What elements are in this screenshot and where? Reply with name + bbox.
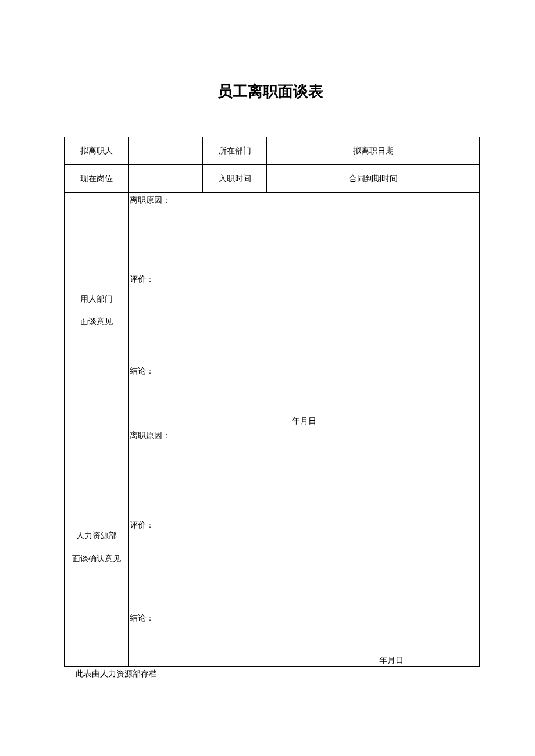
value-leave-date <box>405 137 480 165</box>
label-reason-hr: 离职原因： <box>130 431 170 441</box>
label-hr-opinion: 人力资源部 面谈确认意见 <box>65 428 129 667</box>
document-title: 员工离职面谈表 <box>64 81 477 102</box>
label-department: 所在部门 <box>203 137 267 165</box>
exit-interview-table: 拟离职人 所在部门 拟离职日期 现在岗位 入职时间 合同到期时间 用人部门 面谈… <box>64 137 480 667</box>
table-row: 人力资源部 面谈确认意见 离职原因： 评价： 结论： 年月日 <box>65 428 480 667</box>
label-conclusion: 结论： <box>130 366 154 377</box>
table-row: 拟离职人 所在部门 拟离职日期 <box>65 137 480 165</box>
date-placeholder-hr: 年月日 <box>379 655 404 666</box>
label-employee-name: 拟离职人 <box>65 137 129 165</box>
label-hr-opinion-line2: 面谈确认意见 <box>65 547 128 570</box>
content-hr-opinion: 离职原因： 评价： 结论： 年月日 <box>129 428 480 667</box>
label-conclusion-hr: 结论： <box>130 613 154 624</box>
label-reason: 离职原因： <box>130 195 170 206</box>
value-department <box>267 137 341 165</box>
label-evaluation-hr: 评价： <box>130 520 154 531</box>
date-placeholder-dept: 年月日 <box>292 416 316 427</box>
table-row: 用人部门 面谈意见 离职原因： 评价： 结论： 年月日 <box>65 193 480 428</box>
label-dept-opinion: 用人部门 面谈意见 <box>65 193 129 428</box>
value-entry-time <box>267 165 341 193</box>
footer-note: 此表由人力资源部存档 <box>76 669 477 679</box>
label-contract-expiry: 合同到期时间 <box>341 165 405 193</box>
value-contract-expiry <box>405 165 480 193</box>
label-leave-date: 拟离职日期 <box>341 137 405 165</box>
content-dept-opinion: 离职原因： 评价： 结论： 年月日 <box>129 193 480 428</box>
label-position: 现在岗位 <box>65 165 129 193</box>
label-evaluation: 评价： <box>130 274 154 285</box>
table-row: 现在岗位 入职时间 合同到期时间 <box>65 165 480 193</box>
label-entry-time: 入职时间 <box>203 165 267 193</box>
value-position <box>129 165 203 193</box>
value-employee-name <box>129 137 203 165</box>
label-dept-opinion-line2: 面谈意见 <box>65 310 128 333</box>
label-hr-opinion-line1: 人力资源部 <box>65 524 128 547</box>
label-dept-opinion-line1: 用人部门 <box>65 288 128 310</box>
